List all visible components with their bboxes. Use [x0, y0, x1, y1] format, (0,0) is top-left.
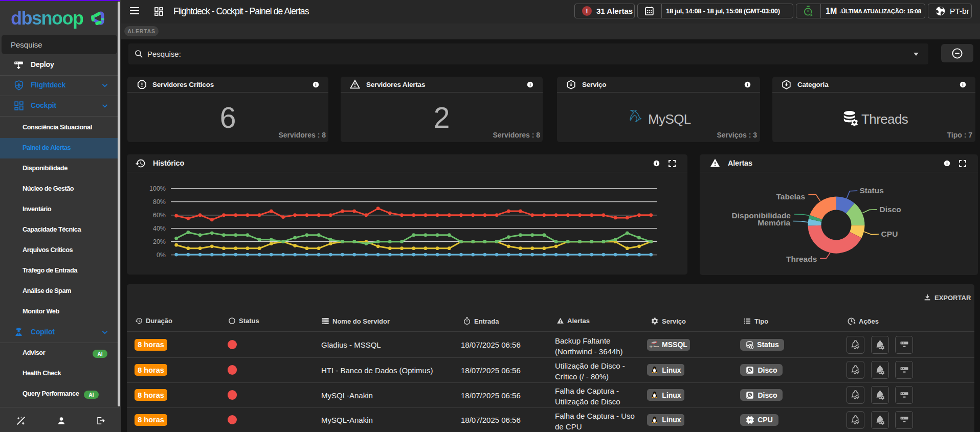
svg-text:CPU: CPU	[881, 230, 898, 238]
svg-text:100%: 100%	[149, 185, 166, 192]
svg-text:20%: 20%	[153, 238, 166, 245]
svg-text:Tabelas: Tabelas	[776, 192, 806, 201]
svg-text:40%: 40%	[153, 225, 166, 232]
svg-text:SQL Server: SQL Server	[650, 345, 659, 348]
svg-text:80%: 80%	[153, 198, 166, 206]
svg-text:60%: 60%	[153, 212, 166, 219]
svg-text:0%: 0%	[157, 252, 166, 259]
svg-text:Threads: Threads	[786, 255, 817, 263]
svg-text:Disponibilidade: Disponibilidade	[732, 211, 791, 220]
svg-text:Status: Status	[859, 186, 883, 195]
svg-text:Disco: Disco	[880, 205, 901, 214]
svg-text:64: 64	[749, 418, 752, 421]
